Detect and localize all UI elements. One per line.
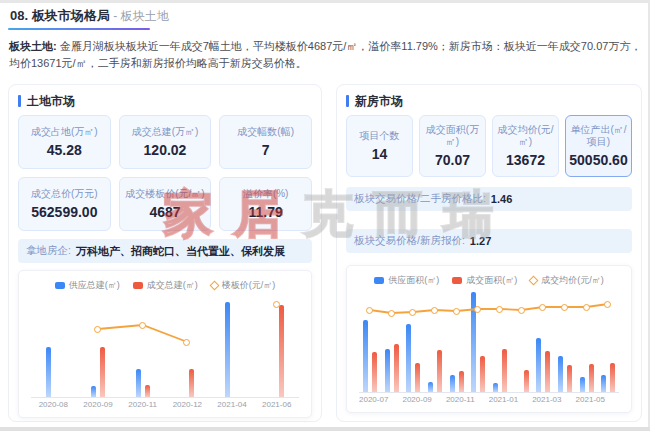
stat-value: 70.07 [435, 152, 470, 168]
legend-item-supply-gfa[interactable]: 供应总建(㎡) [55, 279, 120, 292]
ratio-label: 板块交易价格/二手房价格比: [354, 192, 486, 206]
stat-label: 成交楼板价(元/㎡) [125, 188, 204, 200]
stat-label: 项目个数 [360, 130, 400, 142]
summary-lead-label: 板块土地: [9, 40, 57, 52]
blue-square-icon [374, 277, 384, 284]
section-accent-bar-icon [346, 95, 349, 107]
stat-card-land-area: 成交占地(万㎡) 45.28 [18, 115, 111, 169]
new-house-section-header: 新房市场 [346, 94, 632, 108]
stat-value: 562599.00 [31, 204, 97, 220]
x-tick-label [475, 395, 489, 404]
stat-value: 45.28 [47, 142, 82, 158]
line-point-marker [273, 301, 280, 308]
x-tick-label: 2021-06 [254, 400, 299, 409]
stat-value: 120.02 [144, 142, 187, 158]
page-header: 08. 板块市场格局 - 板块土地 [10, 7, 169, 25]
x-tick-label: 2020-09 [402, 395, 431, 404]
legend-item-floor-price[interactable]: 楼板价(元/㎡) [211, 279, 276, 292]
summary-text: 金雁月湖板块板块近一年成交7幅土地，平均楼板价4687元/㎡，溢价率11.79%… [9, 40, 641, 69]
legend-label: 成交总建(㎡) [147, 279, 198, 292]
ratio-value: 1.46 [491, 193, 512, 205]
stat-value: 11.79 [249, 204, 283, 220]
ratio-value: 1.27 [470, 235, 491, 247]
land-section-title: 土地市场 [27, 93, 75, 110]
page-subtitle: - 板块土地 [113, 9, 168, 23]
x-tick-label: 2020-11 [446, 395, 475, 404]
legend-item-avg-price[interactable]: 成交均价(元/㎡) [530, 274, 604, 287]
x-tick-label [562, 395, 576, 404]
line-point-marker [453, 308, 460, 315]
stat-label: 单位产出(㎡/项目) [568, 124, 629, 148]
x-tick-label: 2020-08 [31, 400, 76, 409]
land-stat-cards-row-1: 成交占地(万㎡) 45.28 成交总建(万㎡) 120.02 成交幅数(幅) 7 [18, 115, 312, 169]
stat-value: 50050.60 [569, 152, 627, 168]
new-house-panel: 新房市场 项目个数 14 成交面积(万㎡) 70.07 成交均价(元/㎡) 13… [336, 84, 642, 422]
stat-card-parcel-count: 成交幅数(幅) 7 [219, 115, 312, 169]
x-tick-label: 2020-09 [76, 400, 121, 409]
legend-item-deal-area[interactable]: 成交面积(㎡) [452, 274, 517, 287]
blue-square-icon [55, 282, 65, 289]
legend-label: 供应总建(㎡) [69, 279, 120, 292]
red-square-icon [452, 277, 462, 284]
stat-card-total-price: 成交总价(万元) 562599.00 [18, 177, 111, 231]
legend-item-deal-gfa[interactable]: 成交总建(㎡) [133, 279, 198, 292]
line-point-marker [518, 307, 525, 314]
stat-card-deal-area: 成交面积(万㎡) 70.07 [419, 115, 486, 177]
page-title: 08. 板块市场格局 [10, 8, 110, 23]
line-point-marker [94, 326, 101, 333]
page-bottom-edge [0, 427, 650, 431]
section-accent-bar-icon [18, 95, 21, 107]
orange-diamond-icon [529, 275, 539, 285]
line-point-marker [583, 304, 590, 311]
legend-label: 供应面积(㎡) [388, 274, 439, 287]
new-house-section-title: 新房市场 [355, 93, 403, 110]
land-section-header: 土地市场 [18, 94, 312, 108]
header-gradient-underline [8, 28, 150, 30]
developers-label: 拿地房企: [26, 244, 71, 258]
stat-label: 溢价率(%) [243, 188, 289, 200]
legend-label: 楼板价(元/㎡) [222, 279, 276, 292]
x-tick-label [605, 395, 619, 404]
stat-card-premium-rate: 溢价率(%) 11.79 [219, 177, 312, 231]
new-house-chart-legend: 供应面积(㎡) 成交面积(㎡) 成交均价(元/㎡) [347, 274, 631, 286]
stat-card-gfa: 成交总建(万㎡) 120.02 [119, 115, 212, 169]
stat-label: 成交面积(万㎡) [422, 124, 483, 148]
x-tick-label [432, 395, 446, 404]
line-point-marker [561, 304, 568, 311]
page-top-edge [0, 0, 650, 3]
plot-area[interactable] [31, 297, 299, 398]
line-point-marker [388, 310, 395, 317]
stat-card-floor-price: 成交楼板价(元/㎡) 4687 [119, 177, 212, 231]
legend-label: 成交均价(元/㎡) [541, 274, 604, 287]
plot-area[interactable] [359, 292, 619, 393]
land-chart-card: 供应总建(㎡) 成交总建(㎡) 楼板价(元/㎡) 2020-082020-092… [18, 270, 312, 418]
orange-diamond-icon [209, 280, 219, 290]
x-tick-label: 2020-12 [165, 400, 210, 409]
line-point-marker [366, 307, 373, 314]
line-series [359, 292, 619, 392]
x-tick-label: 2021-05 [576, 395, 605, 404]
x-axis-labels: 2020-082020-092020-112020-122021-042021-… [31, 400, 299, 409]
land-developers-row: 拿地房企: 万科地产、招商蛇口、当代置业、保利发展 [18, 239, 312, 263]
x-tick-label: 2020-07 [359, 395, 388, 404]
land-market-panel: 土地市场 成交占地(万㎡) 45.28 成交总建(万㎡) 120.02 成交幅数… [8, 84, 322, 422]
line-point-marker [496, 306, 503, 313]
x-tick-label: 2021-01 [489, 395, 518, 404]
developers-value: 万科地产、招商蛇口、当代置业、保利发展 [76, 244, 285, 259]
stat-label: 成交幅数(幅) [237, 126, 294, 138]
summary-paragraph: 板块土地: 金雁月湖板块板块近一年成交7幅土地，平均楼板价4687元/㎡，溢价率… [9, 38, 643, 72]
x-axis-labels: 2020-072020-092020-112021-012021-032021-… [359, 395, 619, 404]
stat-label: 成交均价(元/㎡) [495, 124, 556, 148]
stat-value: 14 [372, 146, 388, 162]
land-stat-cards-row-2: 成交总价(万元) 562599.00 成交楼板价(元/㎡) 4687 溢价率(%… [18, 177, 312, 231]
x-tick-label: 2020-11 [120, 400, 165, 409]
red-square-icon [133, 282, 143, 289]
land-chart-legend: 供应总建(㎡) 成交总建(㎡) 楼板价(元/㎡) [19, 279, 311, 291]
ratio-label: 板块交易价格/新房报价: [354, 234, 465, 248]
line-series [31, 297, 299, 397]
stat-card-project-count: 项目个数 14 [346, 115, 413, 177]
stat-value: 13672 [506, 152, 545, 168]
stat-value: 4687 [149, 204, 180, 220]
stat-value: 7 [262, 142, 270, 158]
legend-item-supply-area[interactable]: 供应面积(㎡) [374, 274, 439, 287]
